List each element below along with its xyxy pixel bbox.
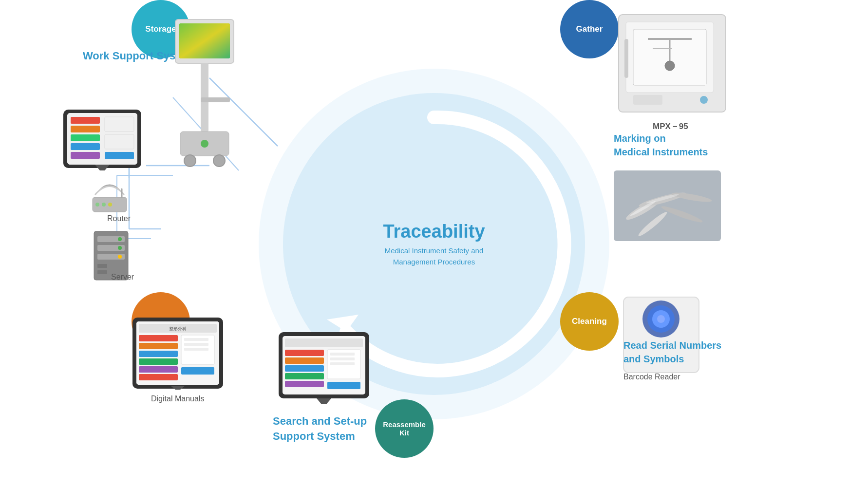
svg-rect-49 — [139, 366, 178, 373]
svg-rect-62 — [285, 365, 324, 372]
svg-point-27 — [95, 203, 99, 206]
svg-rect-54 — [184, 343, 208, 346]
svg-rect-64 — [285, 381, 324, 387]
router-device — [85, 175, 134, 216]
barcode-label: Barcode Reader — [623, 373, 680, 381]
center-subtitle: Medical Instrument Safety andManagement … — [383, 245, 485, 267]
search-setup-tablet — [278, 331, 370, 406]
svg-rect-47 — [139, 351, 178, 357]
svg-rect-22 — [105, 117, 134, 131]
svg-rect-52 — [181, 367, 214, 375]
svg-rect-19 — [71, 134, 100, 141]
svg-point-79 — [700, 96, 708, 104]
svg-rect-50 — [139, 374, 178, 380]
svg-rect-39 — [97, 270, 107, 274]
svg-point-11 — [213, 155, 225, 167]
svg-point-35 — [118, 237, 122, 241]
center-title: Traceability — [383, 221, 485, 243]
server-label: Server — [111, 273, 134, 282]
svg-rect-78 — [633, 95, 662, 105]
svg-marker-70 — [317, 398, 331, 404]
svg-rect-24 — [105, 152, 134, 159]
svg-point-93 — [657, 315, 665, 323]
svg-point-76 — [665, 61, 675, 71]
svg-rect-61 — [285, 357, 324, 364]
mpx-label: MPX－95 — [653, 121, 688, 132]
svg-rect-23 — [105, 134, 134, 149]
svg-rect-59 — [285, 338, 363, 347]
node-reassemble: ReassembleKit — [375, 399, 434, 458]
svg-point-36 — [118, 246, 122, 250]
svg-point-29 — [108, 203, 112, 206]
svg-rect-80 — [624, 39, 628, 78]
svg-point-28 — [102, 203, 106, 206]
svg-point-13 — [201, 140, 208, 148]
svg-rect-17 — [71, 117, 100, 124]
svg-rect-68 — [330, 357, 355, 360]
mpx-machine — [614, 10, 736, 119]
svg-point-37 — [118, 255, 122, 259]
svg-rect-7 — [179, 23, 230, 58]
read-serial-title: Read Serial Numbersand Symbols — [623, 338, 721, 366]
digital-manuals-tablet: 整形外科 — [132, 317, 224, 392]
svg-rect-67 — [330, 353, 355, 356]
svg-rect-45 — [139, 335, 178, 341]
search-setup-label: Search and Set-upSupport System — [273, 414, 367, 444]
svg-point-10 — [184, 155, 196, 167]
svg-rect-46 — [139, 343, 178, 349]
svg-rect-66 — [327, 382, 360, 389]
svg-rect-12 — [201, 97, 230, 102]
svg-text:整形外科: 整形外科 — [169, 326, 187, 331]
tablet-device — [61, 107, 144, 172]
svg-rect-38 — [97, 264, 107, 268]
svg-rect-81 — [614, 170, 721, 241]
svg-rect-60 — [285, 350, 324, 356]
mpx-title: Marking onMedical Instruments — [614, 131, 708, 159]
svg-rect-53 — [184, 338, 208, 341]
medical-cart — [166, 15, 244, 172]
svg-rect-20 — [71, 143, 100, 150]
svg-rect-48 — [139, 358, 178, 365]
instruments-image — [614, 170, 721, 243]
svg-rect-63 — [285, 373, 324, 379]
node-cleaning: Cleaning — [560, 292, 619, 351]
svg-rect-21 — [71, 152, 100, 159]
node-gather: Gather — [560, 0, 619, 58]
svg-rect-18 — [71, 126, 100, 132]
svg-rect-55 — [184, 348, 208, 351]
svg-rect-69 — [330, 362, 355, 365]
router-label: Router — [107, 214, 131, 223]
digital-manuals-label: Digital Manuals — [151, 394, 204, 403]
barcode-reader — [619, 292, 706, 379]
